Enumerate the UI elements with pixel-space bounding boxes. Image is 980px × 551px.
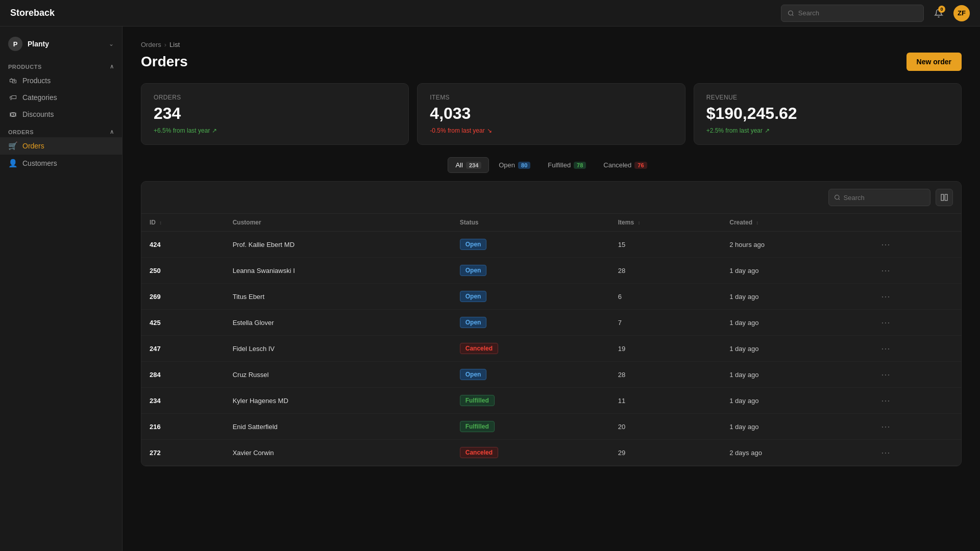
global-search-input[interactable] [798, 9, 917, 17]
stat-items-change: -0.5% from last year ↘ [430, 127, 672, 134]
table-toolbar [141, 182, 961, 214]
customers-icon: 👤 [8, 159, 17, 168]
row-menu-button[interactable]: ⋯ [878, 420, 893, 433]
filter-tab-open[interactable]: Open 80 [491, 157, 538, 173]
row-menu-button[interactable]: ⋯ [878, 264, 893, 277]
stat-items-label: Items [430, 94, 672, 101]
cell-id: 272 [141, 440, 225, 466]
cell-actions: ⋯ [870, 310, 961, 336]
table-row[interactable]: 272 Xavier Corwin Canceled 29 2 days ago… [141, 440, 961, 466]
row-menu-button[interactable]: ⋯ [878, 368, 893, 381]
new-order-button[interactable]: New order [906, 53, 962, 71]
stat-card-orders: Orders 234 +6.5% from last year ↗ [141, 83, 409, 145]
col-status: Status [452, 214, 610, 232]
filter-tab-fulfilled-badge: 78 [574, 162, 586, 169]
workspace-left: P Planty [8, 37, 49, 51]
col-id[interactable]: ID ↕ [141, 214, 225, 232]
sort-id-icon: ↕ [159, 220, 162, 226]
cell-items: 19 [610, 336, 722, 362]
breadcrumb-parent[interactable]: Orders [141, 41, 161, 48]
table-row[interactable]: 284 Cruz Russel Open 28 1 day ago ⋯ [141, 362, 961, 388]
status-badge: Canceled [460, 447, 498, 458]
sidebar-item-discounts[interactable]: 🎟 Discounts [0, 106, 122, 122]
table-search-box[interactable] [828, 189, 930, 206]
orders-table-body: 424 Prof. Kallie Ebert MD Open 15 2 hour… [141, 232, 961, 466]
table-row[interactable]: 234 Kyler Hagenes MD Fulfilled 11 1 day … [141, 388, 961, 414]
status-badge: Fulfilled [460, 421, 495, 432]
sort-items-icon: ↕ [638, 220, 640, 226]
stat-revenue-label: Revenue [706, 94, 949, 101]
stat-revenue-value: $190,245.62 [706, 104, 949, 123]
workspace-selector[interactable]: P Planty ⌄ [0, 33, 122, 55]
filter-tabs: All 234 Open 80 Fulfilled 78 Canceled 76 [141, 157, 962, 173]
page-header: Orders New order [141, 53, 962, 71]
global-search-box[interactable] [781, 5, 924, 22]
sidebar-section-products: Products ∧ 🛍 Products 🏷 Categories 🎟 Dis… [0, 61, 122, 122]
cell-id: 424 [141, 232, 225, 258]
col-actions [870, 214, 961, 232]
cell-status: Open [452, 310, 610, 336]
table-search-input[interactable] [844, 194, 925, 202]
table-header: ID ↕ Customer Status Items ↕ Created ↕ [141, 214, 961, 232]
filter-tab-open-label: Open [499, 161, 515, 169]
sidebar-section-orders-collapse-icon[interactable]: ∧ [110, 129, 114, 135]
table-row[interactable]: 216 Enid Satterfield Fulfilled 20 1 day … [141, 414, 961, 440]
sidebar-item-products[interactable]: 🛍 Products [0, 72, 122, 89]
cell-items: 29 [610, 440, 722, 466]
filter-tab-fulfilled[interactable]: Fulfilled 78 [540, 157, 594, 173]
cell-actions: ⋯ [870, 414, 961, 440]
cell-created: 1 day ago [721, 310, 870, 336]
cell-status: Fulfilled [452, 414, 610, 440]
workspace-chevron-icon: ⌄ [109, 40, 114, 47]
cell-status: Open [452, 362, 610, 388]
col-created[interactable]: Created ↕ [721, 214, 870, 232]
sidebar-item-categories[interactable]: 🏷 Categories [0, 89, 122, 106]
sidebar-section-collapse-icon[interactable]: ∧ [110, 63, 114, 70]
cell-created: 1 day ago [721, 362, 870, 388]
filter-tab-all[interactable]: All 234 [448, 157, 489, 173]
sidebar-item-categories-label: Categories [22, 93, 57, 102]
cell-created: 2 hours ago [721, 232, 870, 258]
table-row[interactable]: 424 Prof. Kallie Ebert MD Open 15 2 hour… [141, 232, 961, 258]
row-menu-button[interactable]: ⋯ [878, 342, 893, 355]
cell-id: 425 [141, 310, 225, 336]
cell-actions: ⋯ [870, 232, 961, 258]
stats-row: Orders 234 +6.5% from last year ↗ Items … [141, 83, 962, 145]
col-items[interactable]: Items ↕ [610, 214, 722, 232]
table-row[interactable]: 269 Titus Ebert Open 6 1 day ago ⋯ [141, 284, 961, 310]
notification-bell[interactable]: 0 [930, 5, 947, 22]
row-menu-button[interactable]: ⋯ [878, 238, 893, 251]
row-menu-button[interactable]: ⋯ [878, 316, 893, 329]
sidebar-item-customers[interactable]: 👤 Customers [0, 155, 122, 172]
status-badge: Open [460, 265, 487, 276]
row-menu-button[interactable]: ⋯ [878, 394, 893, 407]
user-avatar[interactable]: ZF [953, 5, 970, 21]
cell-customer: Fidel Lesch IV [225, 336, 452, 362]
cell-customer: Titus Ebert [225, 284, 452, 310]
products-icon: 🛍 [8, 76, 17, 85]
row-menu-button[interactable]: ⋯ [878, 446, 893, 459]
cell-items: 15 [610, 232, 722, 258]
stat-orders-change: +6.5% from last year ↗ [154, 127, 396, 134]
row-menu-button[interactable]: ⋯ [878, 290, 893, 303]
table-row[interactable]: 425 Estella Glover Open 7 1 day ago ⋯ [141, 310, 961, 336]
trend-down-icon: ↘ [487, 127, 492, 134]
cell-items: 7 [610, 310, 722, 336]
table-row[interactable]: 250 Leanna Swaniawski I Open 28 1 day ag… [141, 258, 961, 284]
filter-tab-canceled[interactable]: Canceled 76 [596, 157, 654, 173]
search-icon [788, 10, 794, 17]
discounts-icon: 🎟 [8, 110, 17, 118]
cell-id: 269 [141, 284, 225, 310]
topnav: Storeback 0 ZF [0, 0, 980, 27]
cell-actions: ⋯ [870, 362, 961, 388]
cell-items: 28 [610, 362, 722, 388]
sidebar-item-orders[interactable]: 🛒 Orders [0, 137, 122, 155]
filter-tab-all-badge: 234 [466, 162, 481, 169]
sidebar-section-orders: Orders ∧ 🛒 Orders 👤 Customers [0, 127, 122, 172]
cell-id: 284 [141, 362, 225, 388]
table-row[interactable]: 247 Fidel Lesch IV Canceled 19 1 day ago… [141, 336, 961, 362]
bell-badge: 0 [938, 6, 945, 13]
cell-actions: ⋯ [870, 336, 961, 362]
main-layout: P Planty ⌄ Products ∧ 🛍 Products 🏷 Categ… [0, 27, 980, 551]
columns-toggle-button[interactable] [936, 189, 953, 206]
